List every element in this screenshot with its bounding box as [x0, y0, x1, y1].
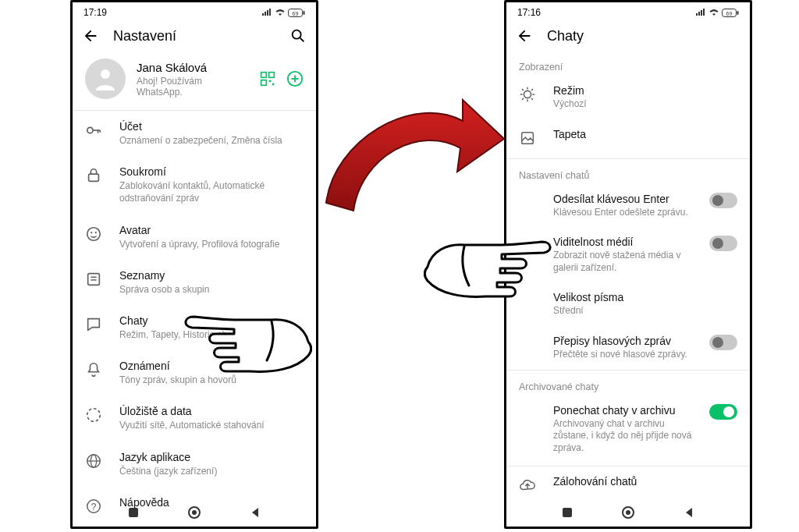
- settings-item-avatar[interactable]: Avatar Vytvoření a úpravy, Profilová fot…: [73, 215, 316, 260]
- settings-item-privacy[interactable]: Soukromí Zablokování kontaktů, Automatic…: [73, 156, 316, 214]
- header: Nastavení: [73, 20, 316, 51]
- item-title: Velikost písma: [553, 291, 737, 303]
- qr-icon[interactable]: [260, 71, 275, 87]
- cloud-icon: [519, 477, 536, 497]
- chats-item-transcripts[interactable]: Přepisy hlasových zpráv Přečtěte si nové…: [506, 326, 750, 370]
- nav-recent-icon[interactable]: [127, 506, 140, 519]
- profile-row[interactable]: Jana Skálová Ahoj! Používám WhatsApp.: [73, 51, 316, 110]
- settings-item-account[interactable]: Účet Oznámení o zabezpečení, Změna čísla: [73, 111, 316, 156]
- item-title: Přepisy hlasových zpráv: [553, 335, 701, 347]
- data-icon: [85, 406, 102, 427]
- item-sub: Výchozí: [553, 98, 737, 111]
- nav-home-icon[interactable]: [187, 505, 201, 520]
- svg-point-19: [87, 227, 101, 240]
- profile-name: Jana Skálová: [137, 61, 249, 74]
- settings-item-language[interactable]: Jazyk aplikace Čeština (jazyk zařízení): [73, 442, 316, 487]
- svg-rect-1: [304, 11, 305, 15]
- chats-item-keep-archived[interactable]: Ponechat chaty v archivu Archivovaný cha…: [506, 395, 750, 463]
- toggle-transcripts[interactable]: [709, 335, 737, 350]
- back-icon[interactable]: [82, 27, 99, 44]
- toggle-media-visibility[interactable]: [709, 236, 737, 251]
- svg-text:69: 69: [293, 10, 299, 16]
- item-sub: Vytvoření a úpravy, Profilová fotografie: [119, 238, 304, 250]
- svg-rect-7: [269, 73, 275, 78]
- nav-home-icon[interactable]: [621, 505, 635, 520]
- svg-point-21: [95, 232, 97, 233]
- item-sub: Klávesou Enter odešlete zprávu.: [553, 207, 701, 219]
- nav-back-icon[interactable]: [249, 506, 261, 519]
- status-bar: 17:16 69: [506, 2, 750, 20]
- header: Chaty: [506, 20, 750, 51]
- item-title: Jazyk aplikace: [119, 451, 304, 463]
- key-icon: [85, 122, 102, 142]
- item-sub: Přečtěte si nové hlasové zprávy.: [553, 349, 701, 361]
- status-time: 17:19: [83, 7, 107, 18]
- page-title: Nastavení: [113, 28, 275, 44]
- theme-icon: [519, 86, 536, 106]
- search-icon[interactable]: [289, 27, 307, 44]
- android-nav: [506, 498, 750, 527]
- status-time: 17:16: [517, 7, 541, 18]
- item-sub: Oznámení o zabezpečení, Změna čísla: [119, 134, 304, 147]
- nav-recent-icon[interactable]: [561, 506, 574, 519]
- pointing-hand-icon: [179, 295, 312, 388]
- status-bar: 17:19 69: [73, 2, 316, 20]
- item-title: Úložiště a data: [119, 405, 304, 417]
- section-display: Zobrazení: [506, 51, 750, 76]
- svg-point-5: [101, 69, 110, 79]
- item-title: Tapeta: [553, 128, 737, 140]
- globe-icon: [85, 452, 102, 473]
- item-title: Soukromí: [119, 165, 304, 178]
- svg-line-45: [531, 89, 533, 90]
- svg-rect-10: [272, 83, 275, 86]
- face-icon: [85, 225, 102, 246]
- settings-item-storage[interactable]: Úložiště a data Využití sítě, Automatick…: [73, 395, 316, 441]
- profile-text: Jana Skálová Ahoj! Používám WhatsApp.: [137, 61, 249, 98]
- item-title: Ponechat chaty v archivu: [553, 404, 701, 417]
- svg-point-25: [87, 409, 101, 422]
- svg-rect-46: [522, 132, 534, 144]
- android-nav: [73, 498, 316, 527]
- svg-point-49: [626, 510, 630, 515]
- back-icon[interactable]: [516, 27, 533, 44]
- item-sub: Využití sítě, Automatické stahování: [119, 419, 304, 431]
- svg-point-33: [192, 510, 197, 515]
- svg-rect-31: [129, 508, 138, 517]
- section-archived: Archivované chaty: [506, 371, 750, 395]
- svg-point-14: [87, 127, 93, 133]
- profile-status: Ahoj! Používám WhatsApp.: [137, 76, 249, 98]
- item-sub: Správa osob a skupin: [119, 283, 304, 296]
- svg-text:69: 69: [726, 10, 733, 16]
- svg-line-43: [531, 98, 533, 100]
- add-icon[interactable]: [286, 70, 304, 87]
- section-chatsettings: Nastavení chatů: [506, 159, 750, 184]
- svg-line-42: [522, 89, 524, 90]
- svg-rect-8: [261, 80, 267, 86]
- item-title: Režim: [553, 84, 737, 97]
- status-icons: 69: [261, 9, 305, 17]
- svg-rect-35: [737, 11, 739, 15]
- toggle-keep-archived[interactable]: [709, 404, 737, 420]
- item-title: Avatar: [119, 224, 304, 236]
- lock-icon: [85, 167, 102, 187]
- svg-line-4: [300, 38, 304, 42]
- phone-settings: 17:19 69 Nastavení Jana Skálová Ahoj! Po…: [70, 0, 318, 529]
- avatar: [85, 59, 126, 99]
- item-sub: Zobrazit nově stažená média v galerii za…: [553, 250, 701, 274]
- item-title: Seznamy: [119, 269, 304, 282]
- item-sub: Zablokování kontaktů, Automatické odstra…: [119, 179, 304, 204]
- item-title: Viditelnost médií: [553, 236, 701, 248]
- svg-rect-47: [563, 508, 572, 517]
- list-icon: [85, 271, 102, 291]
- chat-icon: [85, 316, 102, 336]
- svg-line-44: [522, 98, 524, 100]
- nav-back-icon[interactable]: [683, 506, 695, 519]
- toggle-enter-send[interactable]: [709, 193, 737, 208]
- item-title: Zálohování chatů: [553, 475, 737, 488]
- item-title: Odesílat klávesou Enter: [553, 193, 701, 205]
- item-sub: Střední: [553, 305, 737, 317]
- chats-item-theme[interactable]: Režim Výchozí: [506, 76, 750, 119]
- item-sub: Čeština (jazyk zařízení): [119, 465, 304, 477]
- chats-item-wallpaper[interactable]: Tapeta: [506, 119, 750, 158]
- item-sub: Archivovaný chat v archivu zůstane, i kd…: [553, 418, 701, 455]
